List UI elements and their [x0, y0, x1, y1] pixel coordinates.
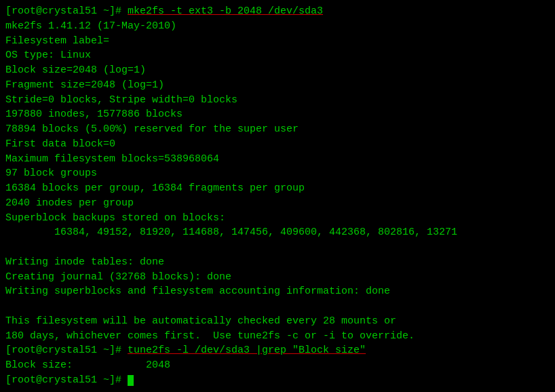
terminal-window: [root@crystal51 ~]# mke2fs -t ext3 -b 20… [0, 0, 555, 392]
command-2: tune2fs -l /dev/sda3 |grep "Block size" [128, 345, 366, 356]
line-3: Filesystem label= [5, 34, 550, 49]
line-21 [5, 299, 550, 314]
command-1: mke2fs -t ext3 -b 2048 /dev/sda3 [128, 5, 323, 17]
line-7: Stride=0 blocks, Stripe width=0 blocks [5, 93, 550, 108]
line-23: 180 days, whichever comes first. Use tun… [5, 329, 550, 344]
line-11: Maximum filesystem blocks=538968064 [5, 152, 550, 167]
line-14: 2040 inodes per group [5, 196, 550, 211]
prompt-1: [root@crystal51 ~]# [5, 5, 128, 17]
line-5: Block size=2048 (log=1) [5, 63, 550, 78]
line-22: This filesystem will be automatically ch… [5, 314, 550, 329]
prompt-2: [root@crystal51 ~]# [5, 345, 128, 356]
line-24: [root@crystal51 ~]# tune2fs -l /dev/sda3… [5, 343, 550, 358]
line-12: 97 block groups [5, 166, 550, 181]
line-15: Superblock backups stored on blocks: [5, 211, 550, 226]
line-10: First data block=0 [5, 137, 550, 152]
line-9: 78894 blocks (5.00%) reserved for the su… [5, 122, 550, 137]
line-8: 197880 inodes, 1577886 blocks [5, 107, 550, 122]
line-4: OS type: Linux [5, 48, 550, 63]
line-16: 16384, 49152, 81920, 114688, 147456, 409… [5, 225, 550, 240]
line-6: Fragment size=2048 (log=1) [5, 78, 550, 93]
line-17 [5, 240, 550, 255]
line-13: 16384 blocks per group, 16384 fragments … [5, 181, 550, 196]
prompt-3: [root@crystal51 ~]# [5, 374, 128, 386]
line-25: Block size: 2048 [5, 358, 550, 373]
line-26: [root@crystal51 ~]# [5, 373, 550, 388]
terminal-cursor [128, 375, 134, 386]
line-18: Writing inode tables: done [5, 255, 550, 270]
line-2: mke2fs 1.41.12 (17-May-2010) [5, 19, 550, 34]
line-1: [root@crystal51 ~]# mke2fs -t ext3 -b 20… [5, 4, 550, 19]
line-20: Writing superblocks and filesystem accou… [5, 284, 550, 299]
line-19: Creating journal (32768 blocks): done [5, 270, 550, 285]
